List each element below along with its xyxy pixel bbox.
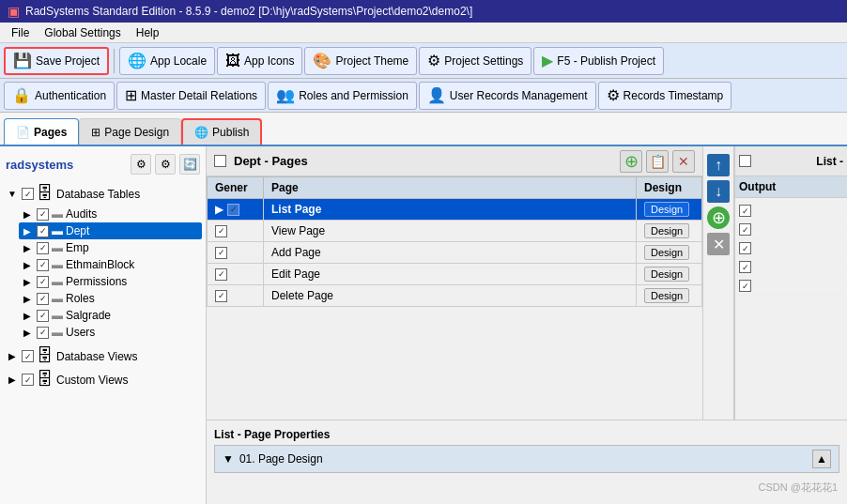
app-locale-button[interactable]: 🌐 App Locale: [119, 47, 215, 75]
save-project-button[interactable]: 💾 Save Project: [4, 47, 109, 75]
right-panel-checkbox[interactable]: [739, 155, 751, 167]
save-project-label: Save Project: [36, 54, 100, 68]
expand-roles[interactable]: ▶: [21, 292, 34, 305]
project-settings-button[interactable]: ⚙ Project Settings: [419, 47, 531, 75]
records-timestamp-button[interactable]: ⚙ Records Timestamp: [598, 82, 732, 110]
project-theme-button[interactable]: 🎨 Project Theme: [304, 47, 417, 75]
row-checkbox-view[interactable]: [215, 225, 227, 237]
save-icon: 💾: [13, 52, 32, 69]
expand-custom-views[interactable]: ▶: [6, 374, 19, 387]
checkbox-db-views[interactable]: [22, 350, 34, 362]
tree-item-ethmain[interactable]: ▶ ▬ EthmainBlock: [19, 256, 202, 273]
table-icon: ⊞: [125, 86, 137, 104]
checkbox-dept[interactable]: [37, 225, 49, 237]
right-cb-2[interactable]: [739, 223, 751, 236]
tree-item-custom-views[interactable]: ▶ 🗄 Custom Views: [4, 368, 202, 391]
copy-page-button[interactable]: 📋: [646, 150, 669, 173]
tree-label-roles: Roles: [66, 292, 95, 305]
right-cb-5[interactable]: [739, 280, 751, 292]
row-checkbox-delete[interactable]: [215, 290, 227, 302]
tree-item-emp[interactable]: ▶ ▬ Emp: [19, 239, 202, 256]
right-cb-1[interactable]: [739, 205, 751, 217]
checkbox-permissions[interactable]: [37, 276, 49, 288]
checkbox-ethmain[interactable]: [37, 259, 49, 271]
col-design: Design: [637, 177, 702, 199]
expand-db-views[interactable]: ▶: [6, 350, 19, 363]
tree-label-salgrade: Salgrade: [66, 309, 111, 322]
right-panel-title: List -: [816, 155, 843, 168]
expand-users[interactable]: ▶: [21, 326, 34, 339]
checkbox-users[interactable]: [37, 327, 49, 339]
panel-title: Dept - Pages: [234, 154, 308, 168]
right-panel-output-header: Output: [735, 176, 847, 198]
table-row[interactable]: Add Page Design: [208, 242, 702, 264]
scroll-up-button[interactable]: ▲: [812, 450, 831, 468]
tab-pages[interactable]: 📄 Pages: [4, 118, 79, 145]
tree-item-database-views[interactable]: ▶ 🗄 Database Views: [4, 344, 202, 368]
sidebar-config-icon[interactable]: ⚙: [155, 154, 176, 175]
expand-audits[interactable]: ▶: [21, 207, 34, 221]
tree-label-custom-views: Custom Views: [56, 374, 128, 387]
row-checkbox-list[interactable]: [227, 204, 239, 216]
user-records-button[interactable]: 👤 User Records Management: [419, 82, 596, 110]
table-row[interactable]: View Page Design: [208, 221, 702, 242]
expand-ethmain[interactable]: ▶: [21, 258, 34, 271]
tree-item-users[interactable]: ▶ ▬ Users: [19, 324, 202, 341]
tree-item-salgrade[interactable]: ▶ ▬ Salgrade: [19, 307, 202, 324]
table-row[interactable]: ▶ List Page Design: [208, 199, 702, 221]
design-btn-edit[interactable]: Design: [644, 267, 689, 282]
sidebar-refresh-icon[interactable]: 🔄: [179, 154, 200, 175]
section-header[interactable]: ▼ 01. Page Design ▲: [214, 445, 839, 473]
panel-header-checkbox[interactable]: [214, 155, 226, 167]
checkbox-audits[interactable]: [37, 208, 49, 221]
row-checkbox-add[interactable]: [215, 247, 227, 259]
right-cb-3[interactable]: [739, 242, 751, 254]
publish-project-button[interactable]: ▶ F5 - Publish Project: [533, 47, 664, 75]
row-checkbox-edit[interactable]: [215, 268, 227, 281]
menu-file[interactable]: File: [4, 24, 37, 41]
tree-item-roles[interactable]: ▶ ▬ Roles: [19, 290, 202, 307]
add-item-button[interactable]: ⊕: [707, 206, 730, 229]
tree-item-permissions[interactable]: ▶ ▬ Permissions: [19, 273, 202, 290]
tree-item-dept[interactable]: ▶ ▬ Dept: [19, 222, 202, 239]
tree-root-item[interactable]: ▼ 🗄 Database Tables: [4, 182, 202, 206]
delete-page-button[interactable]: ✕: [672, 150, 695, 173]
tree-item-audits[interactable]: ▶ ▬ Audits: [19, 206, 202, 222]
menu-global-settings[interactable]: Global Settings: [37, 24, 128, 41]
project-settings-label: Project Settings: [444, 54, 523, 68]
authentication-button[interactable]: 🔒 Authentication: [4, 82, 115, 110]
expand-dept[interactable]: ▶: [21, 224, 34, 237]
menu-help[interactable]: Help: [129, 24, 167, 41]
watermark: CSDN @花花花1: [758, 481, 838, 495]
sidebar-icons: ⚙ ⚙ 🔄: [131, 154, 200, 175]
checkbox-root[interactable]: [22, 188, 34, 200]
move-up-button[interactable]: ↑: [707, 154, 730, 176]
table-icon-salgrade: ▬: [52, 309, 63, 322]
table-row[interactable]: Delete Page Design: [208, 285, 702, 307]
checkbox-emp[interactable]: [37, 242, 49, 254]
add-page-button[interactable]: ⊕: [620, 150, 642, 173]
expand-salgrade[interactable]: ▶: [21, 309, 34, 322]
checkbox-custom-views[interactable]: [22, 374, 34, 386]
table-row[interactable]: Edit Page Design: [208, 264, 702, 285]
expand-permissions[interactable]: ▶: [21, 275, 34, 288]
checkbox-salgrade[interactable]: [37, 310, 49, 322]
roles-permission-button[interactable]: 👥 Roles and Permission: [268, 82, 417, 110]
design-btn-list[interactable]: Design: [644, 202, 689, 217]
master-detail-button[interactable]: ⊞ Master Detail Relations: [116, 82, 266, 110]
app-icons-button[interactable]: 🖼 App Icons: [217, 47, 302, 75]
remove-item-button[interactable]: ✕: [707, 233, 730, 255]
right-cb-4[interactable]: [739, 261, 751, 273]
expand-emp[interactable]: ▶: [21, 241, 34, 254]
move-down-button[interactable]: ↓: [707, 180, 730, 203]
checkbox-roles[interactable]: [37, 293, 49, 305]
design-btn-delete[interactable]: Design: [644, 288, 689, 303]
tab-page-design[interactable]: ⊞ Page Design: [79, 118, 181, 145]
expand-root[interactable]: ▼: [6, 188, 19, 201]
tab-publish[interactable]: 🌐 Publish: [181, 118, 262, 145]
col-generated: Gener: [208, 177, 264, 199]
sidebar-header: radsystems ⚙ ⚙ 🔄: [4, 150, 202, 178]
design-btn-add[interactable]: Design: [644, 245, 689, 260]
design-btn-view[interactable]: Design: [644, 223, 689, 238]
sidebar-settings-icon[interactable]: ⚙: [131, 154, 151, 175]
